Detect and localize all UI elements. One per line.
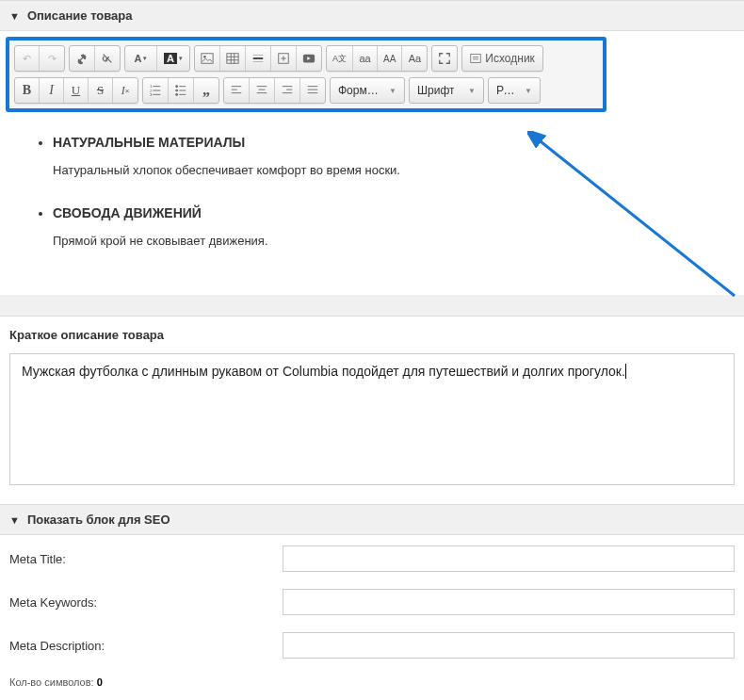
alignleft-icon <box>230 84 243 97</box>
italic-button[interactable]: I <box>40 78 64 103</box>
source-label: Исходник <box>485 52 534 65</box>
link-button[interactable] <box>70 46 95 71</box>
strike-button[interactable]: S <box>89 78 113 103</box>
alignright-icon <box>281 84 294 97</box>
numberedlist-icon: 123 <box>149 84 162 97</box>
translate-button[interactable]: A文 <box>327 46 353 71</box>
chevron-down-icon: ▼ <box>9 10 20 22</box>
bullet-text: Натуральный хлопок обеспечивает комфорт … <box>24 163 720 177</box>
meta-keywords-input[interactable] <box>283 589 735 615</box>
blockquote-button[interactable]: „ <box>194 78 218 103</box>
font-select[interactable]: Шрифт ▼ <box>409 77 484 104</box>
toolbar-highlight-box: ↶ ↷ A▾ A▾ <box>6 37 607 112</box>
image-icon <box>201 52 214 65</box>
table-button[interactable] <box>220 46 246 71</box>
description-panel-header[interactable]: ▼ Описание товара <box>0 0 744 31</box>
hr-icon <box>251 52 265 65</box>
short-description-input[interactable]: Мужская футболка с длинным рукавом от Co… <box>9 353 735 485</box>
removeformat-button[interactable]: I× <box>113 78 137 103</box>
textcolor-button[interactable]: A▾ <box>125 46 157 71</box>
short-description-label: Краткое описание товара <box>0 317 744 353</box>
image-button[interactable] <box>195 46 220 71</box>
templates-button[interactable] <box>271 46 297 71</box>
svg-text:3: 3 <box>150 92 153 97</box>
format-select[interactable]: Формат... ▼ <box>330 77 405 104</box>
capitalize-button[interactable]: Aa <box>402 46 427 71</box>
alignright-button[interactable] <box>275 78 300 103</box>
bullet-item: НАТУРАЛЬНЫЕ МАТЕРИАЛЫ <box>53 135 720 150</box>
dropdown-arrow-icon: ▼ <box>525 87 532 95</box>
bulletlist-icon <box>174 84 187 97</box>
table-icon <box>226 52 239 65</box>
svg-rect-2 <box>227 54 238 64</box>
alignleft-button[interactable] <box>224 78 250 103</box>
meta-title-input[interactable] <box>283 545 735 572</box>
seo-panel-title: Показать блок для SEO <box>27 513 170 527</box>
source-button[interactable]: Исходник <box>462 46 542 71</box>
editor-container: ↶ ↷ A▾ A▾ <box>0 31 744 295</box>
svg-point-27 <box>175 93 178 96</box>
svg-point-25 <box>175 90 178 92</box>
redo-button[interactable]: ↷ <box>40 46 64 71</box>
numberedlist-button[interactable]: 123 <box>143 78 169 103</box>
dropdown-arrow-icon: ▼ <box>389 87 396 95</box>
templates-icon <box>277 52 290 65</box>
youtube-button[interactable] <box>297 46 321 71</box>
svg-rect-0 <box>202 54 213 64</box>
editor-content[interactable]: НАТУРАЛЬНЫЕ МАТЕРИАЛЫ Натуральный хлопок… <box>6 112 738 295</box>
justify-button[interactable] <box>300 78 325 103</box>
char-count: Кол-во символов: 0 <box>0 667 744 697</box>
unlink-icon <box>101 52 114 65</box>
short-description-section: Краткое описание товара Мужская футболка… <box>0 316 744 485</box>
char-count-value: 0 <box>97 676 103 688</box>
bullet-text: Прямой крой не сковывает движения. <box>24 234 720 248</box>
fontsize-select[interactable]: Ра... ▼ <box>488 77 541 104</box>
short-description-text: Мужская футболка с длинным рукавом от Co… <box>22 364 625 379</box>
aligncenter-icon <box>255 84 268 97</box>
bold-button[interactable]: B <box>15 78 40 103</box>
youtube-icon <box>302 52 315 65</box>
seo-panel-header[interactable]: ▼ Показать блок для SEO <box>0 504 744 535</box>
justify-icon <box>306 84 319 97</box>
toolbar-row-2: B I U S I× 123 „ <box>11 74 601 106</box>
chevron-down-icon: ▼ <box>9 514 20 526</box>
meta-title-label: Meta Title: <box>9 552 283 566</box>
bgcolor-button[interactable]: A▾ <box>157 46 189 71</box>
meta-keywords-label: Meta Keywords: <box>9 595 283 610</box>
description-panel-title: Описание товара <box>27 8 133 23</box>
maximize-icon <box>438 52 451 65</box>
hr-button[interactable] <box>246 46 271 71</box>
font-select-label: Шрифт <box>417 84 454 97</box>
maximize-button[interactable] <box>432 46 457 71</box>
seo-fields: Meta Title: Meta Keywords: Meta Descript… <box>0 535 744 699</box>
meta-description-input[interactable] <box>283 632 735 659</box>
toolbar-row-1: ↶ ↷ A▾ A▾ <box>11 42 601 74</box>
undo-button[interactable]: ↶ <box>15 46 40 71</box>
source-icon <box>470 53 481 64</box>
underline-button[interactable]: U <box>64 78 89 103</box>
format-select-label: Формат... <box>338 84 383 97</box>
bullet-item: СВОБОДА ДВИЖЕНИЙ <box>53 205 720 220</box>
dropdown-arrow-icon: ▼ <box>468 87 476 95</box>
bulletlist-button[interactable] <box>169 78 194 103</box>
char-count-label: Кол-во символов: <box>9 676 97 688</box>
aligncenter-button[interactable] <box>250 78 275 103</box>
svg-rect-14 <box>471 55 481 63</box>
svg-point-1 <box>203 56 206 58</box>
uppercase-button[interactable]: AA <box>378 46 402 71</box>
fontsize-select-label: Ра... <box>496 84 519 97</box>
unlink-button[interactable] <box>95 46 120 71</box>
meta-description-label: Meta Description: <box>9 639 283 653</box>
link-icon <box>75 52 89 65</box>
svg-point-23 <box>175 85 178 88</box>
lowercase-button[interactable]: aa <box>353 46 378 71</box>
